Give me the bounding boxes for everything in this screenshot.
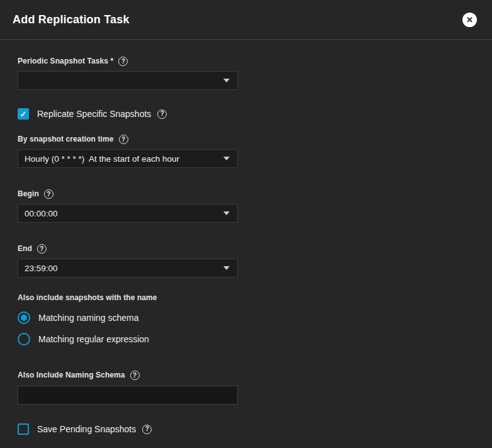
- also-include-naming-schema-label: Also Include Naming Schema ?: [18, 371, 474, 380]
- chevron-down-icon: [223, 79, 230, 82]
- help-icon[interactable]: ?: [130, 371, 140, 380]
- dialog-header: Add Replication Task ✕: [0, 0, 492, 40]
- chevron-down-icon: [223, 157, 230, 160]
- periodic-snapshot-tasks-select[interactable]: [18, 71, 238, 90]
- help-icon[interactable]: ?: [142, 425, 152, 434]
- help-icon[interactable]: ?: [157, 109, 167, 119]
- radio-matching-naming-schema[interactable]: Matching naming schema: [18, 311, 474, 324]
- help-icon[interactable]: ?: [119, 135, 128, 144]
- dialog-title: Add Replication Task: [13, 13, 130, 26]
- help-icon[interactable]: ?: [37, 244, 47, 254]
- by-snapshot-creation-time-label: By snapshot creation time ?: [18, 135, 474, 144]
- checkbox-icon[interactable]: ✓: [18, 423, 29, 435]
- begin-label: Begin ?: [18, 189, 474, 199]
- checkbox-icon[interactable]: ✓: [18, 108, 29, 120]
- also-include-snapshots-label: Also include snapshots with the name: [18, 294, 474, 302]
- save-pending-snapshots-checkbox-row[interactable]: ✓ Save Pending Snapshots ?: [18, 423, 474, 435]
- end-select[interactable]: 23:59:00: [18, 259, 238, 277]
- radio-label: Matching naming schema: [38, 313, 139, 323]
- radio-label: Matching regular expression: [38, 334, 149, 344]
- end-label: End ?: [18, 244, 474, 254]
- also-include-naming-schema-input[interactable]: [18, 386, 238, 405]
- begin-select[interactable]: 00:00:00: [18, 204, 238, 223]
- radio-matching-regular-expression[interactable]: Matching regular expression: [18, 333, 474, 345]
- chevron-down-icon: [223, 266, 230, 270]
- select-value: Hourly (0 * * * *) At the start of each …: [25, 154, 179, 164]
- dialog-body: Periodic Snapshot Tasks * ? ✓ Replicate …: [0, 40, 492, 435]
- checkbox-label: Replicate Specific Snapshots: [37, 109, 151, 119]
- replicate-specific-snapshots-checkbox-row[interactable]: ✓ Replicate Specific Snapshots ?: [18, 108, 474, 120]
- help-icon[interactable]: ?: [44, 189, 53, 199]
- periodic-snapshot-tasks-label: Periodic Snapshot Tasks * ?: [18, 57, 474, 66]
- close-icon: ✕: [466, 16, 473, 24]
- checkbox-label: Save Pending Snapshots: [37, 424, 136, 434]
- help-icon[interactable]: ?: [118, 57, 128, 66]
- select-value: 00:00:00: [25, 209, 58, 218]
- by-snapshot-creation-time-select[interactable]: Hourly (0 * * * *) At the start of each …: [18, 149, 238, 168]
- close-button[interactable]: ✕: [462, 13, 477, 27]
- radio-icon[interactable]: [18, 311, 30, 324]
- chevron-down-icon: [223, 211, 230, 215]
- radio-icon[interactable]: [18, 333, 30, 345]
- select-value: 23:59:00: [25, 264, 58, 273]
